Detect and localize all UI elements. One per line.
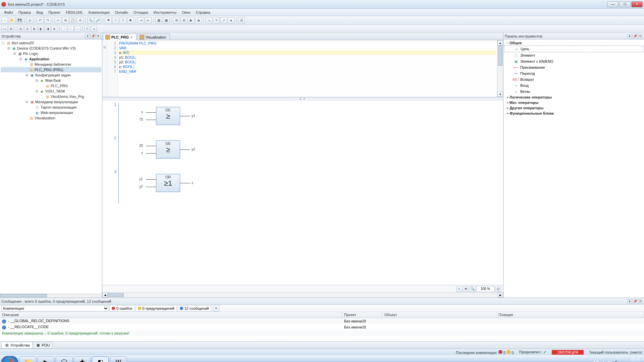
menu-edit[interactable]: Правка [16, 9, 34, 15]
find-button[interactable]: 🔍 [87, 17, 94, 24]
tree-hscrollbar[interactable] [0, 294, 102, 298]
menu-online[interactable]: Онлайн [112, 9, 131, 15]
tab-plc-prg[interactable]: PLC_PRG ✕ [103, 34, 137, 40]
filter-errors[interactable]: 0 ошибок [109, 305, 135, 311]
start-button[interactable] [1, 356, 18, 362]
new-button[interactable]: ▫ [1, 17, 8, 24]
print-button[interactable]: ⎙ [26, 17, 33, 24]
taskbar-word[interactable]: W [110, 356, 127, 362]
menu-fbd[interactable]: FBD/LD/IL [63, 9, 86, 15]
maximize-button[interactable]: ☐ [619, 1, 631, 7]
device-tree[interactable]: ▢▤Без имени20 ⊟▣Device (CODESYS Control … [0, 40, 102, 294]
fbd-block-ge2[interactable]: GE ≥ [156, 140, 180, 159]
taskbar-explorer[interactable]: 📁 [19, 356, 36, 362]
toolbox-item-branch[interactable]: ⊥Ветвь [504, 88, 643, 95]
fbd-tool-2[interactable]: ⊞ [8, 26, 14, 32]
fold-icon[interactable]: ⊟ [102, 46, 107, 50]
indent-button[interactable]: ⇥ [138, 17, 144, 24]
undo-button[interactable]: ↶ [37, 17, 44, 24]
toolbox-group-other[interactable]: +Другие операторы [504, 105, 643, 111]
status-emulation[interactable]: ЭМУЛЯЦИЯ [552, 350, 584, 355]
toolbox-group-logic[interactable]: +Логические операторы [504, 95, 643, 100]
fbd-tool-12[interactable]: ⊓ [84, 26, 90, 32]
tab-visualization[interactable]: Visualization [137, 34, 170, 40]
fbd-tool-13[interactable]: ⊔ [91, 26, 97, 32]
col-object[interactable]: Объект [382, 312, 496, 318]
toolbox-item-input[interactable]: ⊸Вход [504, 82, 643, 88]
fbd-tool-8[interactable]: ⊕ [51, 26, 57, 32]
filter-info[interactable]: 12 сообщений [177, 305, 211, 311]
find-next-button[interactable]: 🔎 [95, 17, 101, 24]
logout-button[interactable]: ⚙ [180, 17, 187, 24]
paste-button[interactable]: 📋 [69, 17, 76, 24]
filter-warnings[interactable]: 0 предупреждений [136, 305, 177, 311]
fbd-tool-10[interactable]: ← [68, 26, 74, 32]
step-over-button[interactable]: ↷ [213, 17, 220, 24]
toolbox-item-jump[interactable]: ↦Переход [504, 70, 643, 76]
fbd-hscrollbar[interactable]: ◀▶ [102, 292, 503, 298]
btab-devices[interactable]: ▤Устройства [1, 342, 33, 349]
code-vscrollbar[interactable]: ▲▼ [497, 40, 503, 97]
splitter-bar[interactable]: ▴ ▾ [102, 97, 503, 100]
outdent-button[interactable]: ⇤ [145, 17, 152, 24]
zoom-fit-button[interactable]: ⊡ [495, 286, 501, 292]
taskbar-media[interactable]: ▶ [38, 356, 54, 362]
toolbox-group-math[interactable]: +Мат. операторы [504, 100, 643, 105]
fbd-block-ge1[interactable]: GE ≥ [156, 107, 180, 125]
toolbox-group-general[interactable]: −Общее [504, 40, 643, 46]
bookmark-next-button[interactable]: ⚐ [112, 17, 119, 24]
panel-menu-button[interactable]: ▾ [627, 299, 632, 304]
fbd-tool-6[interactable]: ◧ [38, 26, 44, 32]
btab-pou[interactable]: ▦POU [33, 342, 53, 349]
zoom-level[interactable]: 100 % [476, 286, 494, 292]
fbd-tool-1[interactable]: ▭ [1, 26, 7, 32]
menu-file[interactable]: Файл [1, 9, 16, 15]
close-button[interactable]: ✕ [631, 1, 643, 7]
fbd-tool-3[interactable]: ⊟ [18, 26, 24, 32]
zoom-tool-button[interactable]: 🔍 [470, 286, 476, 292]
step-into-button[interactable]: ↘ [206, 17, 212, 24]
fbd-tool-5[interactable]: ⊠ [31, 26, 37, 32]
taskbar-chrome[interactable]: ◯ [56, 356, 72, 362]
menu-compile[interactable]: Компиляция [86, 9, 112, 15]
menu-window[interactable]: Окно [179, 9, 193, 15]
toolbox-item-assign[interactable]: ⟵Присваивание [504, 64, 643, 70]
panel-close-button[interactable]: ✕ [638, 299, 643, 304]
code-text[interactable]: PROGRAM PLC_PRG VAR x: INT; y1: BOOL; y2… [118, 40, 497, 97]
cut-button[interactable]: ✂ [55, 17, 61, 24]
menu-help[interactable]: Справка [193, 9, 213, 15]
declaration-editor[interactable]: ⊟ 1234567 PROGRAM PLC_PRG VAR x: INT; y1… [102, 40, 503, 97]
panel-menu-button[interactable]: ▾ [627, 34, 632, 39]
step-out-button[interactable]: ↗ [220, 17, 227, 24]
pan-tool-button[interactable]: ✥ [463, 286, 469, 292]
system-tray[interactable]: EN ▲ ◫ 🔊 18:47 23.10.2017 [594, 358, 643, 362]
menu-debug[interactable]: Отладка [131, 9, 151, 15]
fbd-canvas[interactable]: 1 2 3 GE ≥ x 70 y1 GE ≥ 20 x y2 [102, 100, 503, 285]
panel-menu-button[interactable]: ▾ [85, 34, 90, 39]
build-button[interactable]: ▦ [155, 17, 162, 24]
tray-flag-icon[interactable]: ▲ [602, 360, 605, 362]
open-button[interactable]: 📂 [9, 17, 15, 24]
bookmark-prev-button[interactable]: ⚐ [120, 17, 126, 24]
menu-tools[interactable]: Инструменты [151, 9, 179, 15]
bookmark-button[interactable]: ⚑ [105, 17, 112, 24]
fbd-block-or[interactable]: OR ≥1 [156, 174, 180, 192]
panel-close-button[interactable]: ✕ [96, 34, 101, 39]
col-position[interactable]: Позиция [496, 312, 644, 318]
toolbox-group-fb[interactable]: +Функциональные блоки [504, 111, 643, 116]
messages-category-select[interactable]: Компиляция [1, 305, 109, 311]
panel-pin-button[interactable]: 📌 [91, 34, 95, 39]
panel-pin-button[interactable]: 📌 [633, 299, 637, 304]
toolbox-item-network[interactable]: ▭Цепь [504, 46, 643, 52]
pointer-tool-button[interactable]: ↖ [456, 286, 462, 292]
tray-network-icon[interactable]: ◫ [608, 360, 611, 362]
taskbar-codesys[interactable]: ◧ [92, 356, 109, 362]
panel-pin-button[interactable]: 📌 [633, 34, 637, 39]
toolbox-item-element[interactable]: ▢Элемент [504, 52, 643, 58]
messages-grid[interactable]: i- __GLOBAL_RELOC_DEFINITIONSБез имени20… [0, 318, 644, 341]
col-project[interactable]: Проект [342, 312, 382, 318]
bookmark-clear-button[interactable]: ✖ [127, 17, 134, 24]
col-description[interactable]: Описание [0, 312, 342, 318]
panel-close-button[interactable]: ✕ [638, 34, 643, 39]
tray-volume-icon[interactable]: 🔊 [614, 360, 619, 362]
